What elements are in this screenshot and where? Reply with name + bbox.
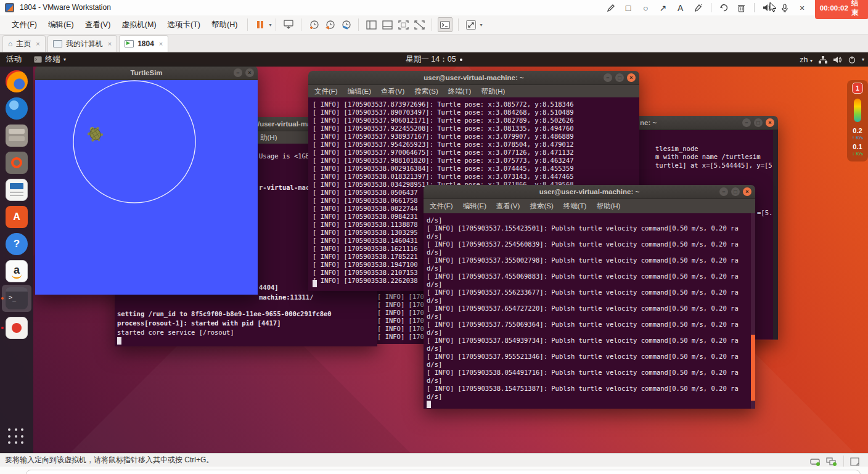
window-title: TurtleSim xyxy=(130,69,162,76)
menu-item[interactable]: 编辑(E) xyxy=(348,87,371,96)
close-toolbar-button[interactable]: × xyxy=(798,3,807,13)
chevron-down-icon[interactable]: ▾ xyxy=(480,22,482,28)
tab-label: 我的计算机 xyxy=(66,39,103,49)
close-button[interactable]: × xyxy=(743,187,751,196)
pencil-tool-button[interactable] xyxy=(606,3,615,13)
mouse-cursor xyxy=(769,2,779,13)
message-log-icon[interactable] xyxy=(850,457,859,466)
menu-item[interactable]: 查看(V) xyxy=(496,202,520,211)
close-icon[interactable]: × xyxy=(159,40,163,47)
turtlesim-titlebar[interactable]: TurtleSim − × xyxy=(35,66,258,80)
menu-item[interactable]: 查看(V) xyxy=(381,87,404,96)
minimize-button[interactable]: − xyxy=(234,68,242,77)
help-icon[interactable]: ? xyxy=(6,233,28,255)
menu-item[interactable]: 选项卡(T) xyxy=(162,17,206,33)
amazon-icon[interactable]: a xyxy=(6,260,28,282)
revert-snapshot-button[interactable] xyxy=(323,18,337,31)
highlight-tool-button[interactable] xyxy=(693,3,702,13)
thumbnail-bar-button[interactable] xyxy=(380,18,394,31)
net-speed-widget[interactable]: 1 0.2 ↑ K/s 0.1 ↓ K/s xyxy=(847,80,868,161)
firefox-icon[interactable] xyxy=(6,70,28,92)
maximize-button[interactable]: □ xyxy=(754,118,763,127)
system-status-area[interactable]: zh ▾ ▾ xyxy=(800,52,864,67)
unity-mode-button[interactable] xyxy=(412,18,426,31)
fit-window-button[interactable] xyxy=(464,18,478,31)
download-unit: ↓ K/s xyxy=(847,151,868,157)
maximize-button[interactable]: □ xyxy=(615,73,624,82)
close-button[interactable]: × xyxy=(627,73,636,82)
scrollbar-thumb[interactable] xyxy=(751,335,755,401)
files-icon[interactable] xyxy=(6,125,28,147)
close-button[interactable]: × xyxy=(245,68,254,77)
text-tool-button[interactable]: A xyxy=(676,3,685,13)
menu-item[interactable]: 查看(V) xyxy=(80,17,117,33)
maximize-button[interactable]: □ xyxy=(731,187,740,196)
scrollbar[interactable] xyxy=(751,213,755,409)
libreoffice-writer-icon[interactable] xyxy=(6,179,28,201)
upload-speed: 0.2 xyxy=(847,127,868,134)
ctrl-alt-del-button[interactable] xyxy=(282,18,295,31)
chevron-down-icon[interactable]: ▾ xyxy=(269,22,271,28)
screen-recorder-icon[interactable] xyxy=(6,317,28,339)
close-icon[interactable]: × xyxy=(108,40,112,47)
minimize-button[interactable]: − xyxy=(742,118,751,127)
terminal-icon[interactable]: >_ xyxy=(6,287,28,309)
ubuntu-software-icon[interactable]: A xyxy=(6,206,28,228)
recording-stop-button[interactable]: 00:00:02 结束 xyxy=(815,0,868,19)
menu-item[interactable]: 虚拟机(M) xyxy=(116,17,162,33)
topbar-clock[interactable]: 星期一 14：05 xyxy=(0,54,868,65)
arrow-tool-button[interactable]: ↗ xyxy=(658,3,668,13)
turtlesim-canvas xyxy=(35,80,258,295)
minimize-button[interactable]: − xyxy=(719,187,728,196)
minimize-button[interactable]: − xyxy=(604,73,612,82)
terminal-cursor xyxy=(427,401,431,408)
status-message: 要将输入定向到该虚拟机，请将鼠标指针移入其中或按 Ctrl+G。 xyxy=(5,455,213,465)
window-title: user@user-virtual-machine: ~ xyxy=(539,188,639,195)
tab-home[interactable]: ⌂ 主页 × xyxy=(2,35,46,52)
tab-1804[interactable]: 1804 × xyxy=(119,35,168,52)
terminal-cursor xyxy=(117,337,121,345)
menu-item[interactable]: 搜索(S) xyxy=(414,87,438,96)
menu-item[interactable]: 终端(T) xyxy=(448,87,472,96)
fullscreen-button[interactable] xyxy=(396,18,410,31)
close-button[interactable]: × xyxy=(766,118,774,127)
menu-item[interactable]: 帮助(H) xyxy=(596,202,620,211)
pose-terminal-titlebar[interactable]: user@user-virtual-machine: ~ − □ × xyxy=(308,71,639,85)
menu-item[interactable]: 终端(T) xyxy=(563,202,587,211)
thunderbird-icon[interactable] xyxy=(6,97,28,120)
scrollbar[interactable] xyxy=(773,130,778,340)
undo-button[interactable] xyxy=(719,3,729,13)
console-view-button[interactable] xyxy=(438,17,452,32)
trash-button[interactable] xyxy=(737,3,746,13)
menu-item[interactable]: 帮助(H) xyxy=(481,87,505,96)
computer-icon xyxy=(53,40,62,47)
harddisk-status-icon[interactable] xyxy=(810,457,821,466)
show-applications-button[interactable] xyxy=(8,428,25,446)
menu-item[interactable]: 编辑(E) xyxy=(463,202,486,211)
menu-item[interactable]: 编辑(E) xyxy=(43,17,80,33)
menu-item[interactable]: 搜索(S) xyxy=(530,202,553,211)
network-status-icon[interactable] xyxy=(826,457,837,466)
library-panel-button[interactable] xyxy=(364,18,378,31)
menu-item[interactable]: 文件(F) xyxy=(430,202,453,211)
manage-snapshots-button[interactable] xyxy=(339,18,353,31)
menu-item[interactable]: 文件(F) xyxy=(6,17,43,33)
velocity-terminal-titlebar[interactable]: user@user-virtual-machine: ~ − □ × xyxy=(424,185,755,199)
take-snapshot-button[interactable] xyxy=(307,18,321,31)
upload-unit: ↑ K/s xyxy=(847,135,868,141)
rhythmbox-icon[interactable] xyxy=(6,152,28,174)
terminal-line: tlesim_node xyxy=(655,145,698,153)
menu-item[interactable]: 助(H) xyxy=(260,133,277,142)
vmware-menus: 文件(F)编辑(E)查看(V)虚拟机(M)选项卡(T)帮助(H) xyxy=(6,17,243,33)
microphone-button[interactable] xyxy=(780,3,789,13)
menu-item[interactable]: 文件(F) xyxy=(314,87,338,96)
pause-button[interactable] xyxy=(253,18,267,31)
menu-item[interactable]: 帮助(H) xyxy=(206,17,243,33)
tab-my-computer[interactable]: 我的计算机 × xyxy=(47,35,117,52)
rectangle-tool-button[interactable]: □ xyxy=(623,3,633,13)
close-icon[interactable]: × xyxy=(36,40,39,47)
keyboard-layout[interactable]: zh ▾ xyxy=(800,55,813,64)
notification-badge[interactable]: 1 xyxy=(852,83,863,94)
velocity-terminal-content: d/s][ INFO] [1705903537.155423501]: Publ… xyxy=(424,213,755,409)
ellipse-tool-button[interactable]: ○ xyxy=(641,3,650,13)
